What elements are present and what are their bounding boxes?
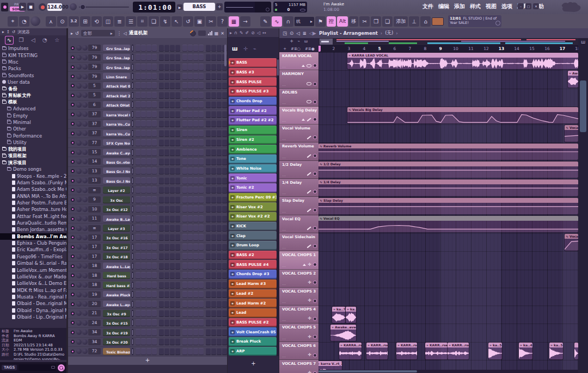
tree-file[interactable]: Musata - Rea..riginal Mix) [0,294,66,300]
step-cell[interactable] [146,319,151,326]
playlist-zoom-icon[interactable]: ⊙ [290,30,293,36]
step-cell[interactable] [136,272,140,279]
channel-name-button[interactable]: Attack Hat 02 [103,82,130,89]
add-pattern-row[interactable]: + [228,360,279,368]
step-cell[interactable] [141,225,146,232]
step-cell[interactable] [159,215,164,222]
step-cell[interactable] [206,301,211,308]
rack-menu-icon[interactable]: ▸ [71,31,73,36]
channel-mini-graph[interactable] [132,186,133,194]
step-cell[interactable] [193,329,198,336]
channel-target-track[interactable]: 79 [88,73,101,80]
step-cell[interactable] [199,111,204,118]
channel-pan-knob[interactable] [76,64,82,70]
step-cell[interactable] [152,319,157,326]
channel-target-track[interactable]: 10 [88,206,101,213]
step-cell[interactable] [175,111,180,118]
step-cell[interactable] [206,120,211,127]
step-cell[interactable] [211,272,216,279]
channel-volume-knob[interactable] [82,102,88,108]
tree-folder[interactable]: 我的项目 [0,146,66,152]
step-cell[interactable] [217,348,222,355]
channel-name-button[interactable]: 3x Osc #15 [103,319,130,326]
step-cell[interactable] [199,158,204,165]
channel-pan-knob[interactable] [76,244,82,250]
channel-mini-graph[interactable] [132,111,133,118]
channel-volume-knob[interactable] [82,235,88,240]
rack-close-icon[interactable]: ✕ [220,31,224,36]
pattern-item[interactable]: ≡BASS #3 [229,68,277,77]
step-cell[interactable] [164,263,169,270]
step-cell[interactable] [141,291,146,298]
step-cell[interactable] [206,54,211,61]
step-cell[interactable] [152,130,157,137]
browser-tab-all[interactable]: ∿ [5,36,13,44]
step-cell[interactable] [152,329,157,336]
channel-volume-knob[interactable] [82,74,88,79]
step-cell[interactable] [193,196,198,203]
step-cell[interactable] [182,196,187,203]
step-cell[interactable] [136,263,140,270]
step-cell[interactable] [182,225,187,232]
step-cell[interactable] [211,348,216,355]
step-cell[interactable] [193,319,198,326]
step-cell[interactable] [146,196,151,203]
timeline-bar-number[interactable]: 8 [421,46,430,51]
channel-name-button[interactable]: Hard bass [103,272,130,279]
track-grip[interactable]: … [282,300,286,304]
channel-row[interactable]: 6Attack OHat 02 [68,101,227,110]
step-cell[interactable] [164,139,169,146]
step-cell[interactable] [175,215,180,222]
step-cell[interactable] [199,244,204,251]
channel-target-track[interactable]: 24 [88,320,101,326]
pattern-item[interactable]: ≡Clap [229,231,277,240]
graph-editor-icon[interactable] [208,31,212,35]
channel-volume-knob[interactable] [82,207,88,212]
oscilloscope[interactable] [224,2,255,13]
step-cell[interactable] [136,291,140,298]
timeline-bar-number[interactable]: 9 [436,46,445,51]
channel-mini-graph[interactable] [132,101,133,108]
step-cell[interactable] [164,282,169,289]
channel-target-track[interactable]: 18 [88,263,101,269]
step-cell[interactable] [152,310,157,317]
tree-file[interactable]: Ephixa - Club Penguin [0,240,66,246]
step-cell[interactable] [217,82,222,89]
track-mute-led[interactable] [313,208,317,212]
step-cell[interactable] [159,73,164,80]
step-cell[interactable] [141,206,146,213]
keyboard-editor-icon[interactable]: ▦ [215,31,219,36]
step-cell[interactable] [199,45,204,52]
pattern-item[interactable]: ≡Lead Harm #3 [229,279,277,289]
step-cell[interactable] [211,225,216,232]
step-cell[interactable] [199,282,204,289]
step-cell[interactable] [170,45,175,52]
track-grip[interactable]: … [282,355,286,358]
channel-pan-knob[interactable] [76,74,82,79]
tree-file[interactable]: Fuego96 - TimeFlies [0,253,66,260]
pattern-item[interactable]: ≡Tone [229,154,277,164]
tree-file[interactable]: Olbaid - Lip..Original Mix) [0,314,66,320]
step-cell[interactable] [141,263,146,270]
automation-clip[interactable]: ∿ 1/4 Delay [318,179,578,196]
pattern-item[interactable]: ≡Flutter Pad #2 [229,106,277,115]
channel-name-button[interactable]: Bass Gr..l Notes [103,177,130,184]
channel-pan-knob[interactable] [76,169,82,174]
step-cell[interactable] [211,54,216,61]
channel-pan-knob[interactable] [76,282,82,288]
audio-clip[interactable]: » KARRA LEAD VOCAL [347,53,578,69]
step-cell[interactable] [136,319,140,326]
audio-clip[interactable]: » KARRA..rsed [339,343,362,359]
step-cell[interactable] [222,101,227,108]
step-cell[interactable] [146,186,151,194]
channel-volume-knob[interactable] [82,64,88,70]
channel-pan-knob[interactable] [76,140,82,146]
channel-target-track[interactable]: 34 [88,329,101,335]
pattern-menu-icon[interactable]: ≡ [230,185,235,190]
channel-name-button[interactable]: karra Vocal Cut [103,111,130,118]
automation-clip[interactable]: ∿ 1/2 Delay [318,161,578,178]
link-icon[interactable] [307,135,311,140]
oscilloscope-aux[interactable] [255,2,271,13]
step-cell[interactable] [222,130,227,137]
step-cell[interactable] [211,45,216,52]
